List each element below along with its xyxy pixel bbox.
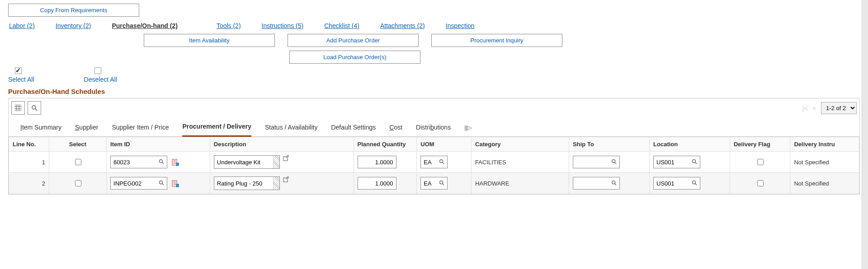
- ship-to-input[interactable]: [573, 157, 609, 167]
- col-select: Select: [49, 137, 106, 152]
- subtab-supplier-item-price[interactable]: Supplier Item / Price: [112, 124, 169, 136]
- location-input[interactable]: [654, 178, 689, 189]
- svg-rect-0: [15, 105, 21, 111]
- location-lookup[interactable]: [653, 177, 700, 190]
- subtab-supplier[interactable]: Supplier: [75, 124, 98, 136]
- select-all-link[interactable]: Select All: [8, 76, 34, 83]
- subtab-distributions[interactable]: Distributions: [416, 124, 451, 136]
- cell-category: FACILITIES: [472, 152, 569, 173]
- delivery-flag-checkbox[interactable]: [757, 180, 764, 186]
- add-purchase-order-button[interactable]: Add Purchase Order: [288, 34, 419, 47]
- cell-delivery-instr: Not Specified: [790, 173, 859, 194]
- location-lookup[interactable]: [653, 156, 700, 168]
- search-icon[interactable]: [689, 180, 700, 187]
- related-items-icon[interactable]: [172, 159, 179, 166]
- tab-inspection[interactable]: Inspection: [446, 22, 475, 29]
- expand-description-icon[interactable]: [283, 155, 290, 162]
- row-select-checkbox[interactable]: [75, 159, 81, 165]
- planned-qty-input[interactable]: [358, 177, 396, 190]
- description-input[interactable]: [214, 156, 273, 168]
- show-all-columns-icon[interactable]: ||▷: [464, 124, 472, 136]
- description-field[interactable]: [214, 155, 280, 169]
- uom-lookup[interactable]: [420, 177, 448, 190]
- svg-point-19: [693, 160, 696, 163]
- expand-description-icon[interactable]: [283, 176, 290, 184]
- col-category: Category: [472, 137, 569, 152]
- search-icon[interactable]: [436, 158, 447, 166]
- svg-rect-28: [283, 178, 288, 182]
- svg-point-31: [612, 181, 615, 184]
- tab-attachments[interactable]: Attachments (2): [380, 22, 425, 29]
- uom-input[interactable]: [421, 178, 436, 189]
- ship-to-lookup[interactable]: [573, 177, 620, 190]
- search-icon[interactable]: [156, 180, 167, 187]
- svg-rect-14: [283, 157, 288, 161]
- search-icon[interactable]: [436, 180, 447, 187]
- copy-from-requirements-button[interactable]: Copy From Requirements: [8, 4, 139, 17]
- svg-line-34: [695, 184, 697, 185]
- svg-line-16: [443, 162, 444, 164]
- load-purchase-orders-button[interactable]: Load Purchase Order(s): [289, 51, 420, 64]
- row-select-checkbox[interactable]: [75, 180, 81, 186]
- pager-range-select[interactable]: 1-2 of 2: [821, 102, 857, 114]
- subtab-cost[interactable]: Cost: [389, 124, 402, 136]
- col-description: Description: [210, 137, 354, 152]
- description-input[interactable]: [214, 177, 273, 190]
- col-planned-qty: Planned Quantity: [354, 137, 417, 152]
- search-icon[interactable]: [609, 158, 619, 166]
- subtab-item-summary[interactable]: Item Summary: [20, 124, 61, 136]
- svg-line-20: [695, 162, 697, 164]
- planned-qty-input[interactable]: [358, 156, 396, 168]
- section-tabs: Labor (2) Inventory (2) Purchase/On-hand…: [9, 22, 860, 29]
- tab-instructions[interactable]: Instructions (5): [262, 22, 304, 29]
- deselect-all-checkbox-icon[interactable]: [94, 67, 101, 74]
- vertical-scrollbar[interactable]: [862, 0, 868, 198]
- item-id-lookup[interactable]: [110, 177, 167, 190]
- subtab-default-settings[interactable]: Default Settings: [331, 124, 376, 136]
- delivery-flag-checkbox[interactable]: [757, 159, 764, 165]
- item-id-lookup[interactable]: [110, 156, 167, 168]
- item-id-input[interactable]: [111, 157, 156, 167]
- select-all-checkbox-icon[interactable]: [15, 67, 22, 74]
- tab-checklist[interactable]: Checklist (4): [324, 22, 359, 29]
- col-item-id: Item ID: [107, 137, 210, 152]
- grid-find-icon[interactable]: [28, 101, 41, 115]
- tab-labor[interactable]: Labor (2): [9, 22, 35, 29]
- svg-line-18: [615, 162, 616, 164]
- tab-purchase-onhand[interactable]: Purchase/On-hand (2): [112, 22, 177, 29]
- grid-settings-icon[interactable]: [11, 101, 25, 115]
- table-row: 2: [9, 173, 859, 194]
- search-icon[interactable]: [156, 158, 167, 166]
- tab-tools[interactable]: Tools (2): [217, 22, 241, 29]
- svg-point-29: [440, 181, 443, 184]
- location-input[interactable]: [654, 157, 689, 167]
- tab-inventory[interactable]: Inventory (2): [56, 22, 91, 29]
- search-icon[interactable]: [609, 180, 619, 187]
- uom-lookup[interactable]: [420, 156, 448, 168]
- ship-to-input[interactable]: [573, 178, 609, 189]
- col-delivery-flag: Delivery Flag: [730, 137, 790, 152]
- col-ship-to: Ship To: [569, 137, 650, 152]
- ship-to-lookup[interactable]: [573, 156, 620, 168]
- item-id-input[interactable]: [111, 178, 156, 189]
- col-uom: UOM: [417, 137, 472, 152]
- subtab-status-availability[interactable]: Status / Availability: [265, 124, 317, 136]
- resize-handle-icon[interactable]: [273, 156, 279, 168]
- item-availability-button[interactable]: Item Availability: [144, 34, 275, 47]
- svg-point-5: [32, 106, 36, 109]
- resize-handle-icon[interactable]: [273, 177, 279, 190]
- col-line-no: Line No.: [9, 137, 49, 152]
- uom-input[interactable]: [421, 157, 436, 167]
- col-delivery-instr: Delivery Instru: [790, 137, 859, 152]
- schedules-table: Line No. Select Item ID Description Plan…: [9, 137, 859, 194]
- svg-line-8: [162, 162, 164, 164]
- description-field[interactable]: [214, 176, 280, 190]
- deselect-all-link[interactable]: Deselect All: [84, 76, 117, 83]
- search-icon[interactable]: [689, 158, 700, 166]
- svg-line-30: [443, 184, 444, 185]
- pager-first-icon: |<: [802, 104, 808, 112]
- procurement-inquiry-button[interactable]: Procurement Inquiry: [431, 34, 562, 47]
- cell-delivery-instr: Not Specified: [790, 152, 859, 173]
- subtab-procurement-delivery[interactable]: Procurement / Delivery: [182, 123, 251, 137]
- related-items-icon[interactable]: [172, 180, 179, 187]
